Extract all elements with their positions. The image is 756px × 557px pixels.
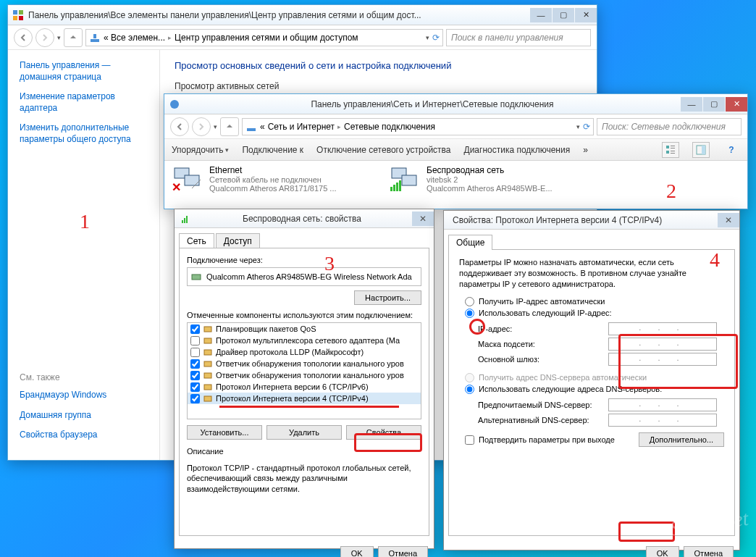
component-row[interactable]: Ответчик обнаружения топологии канальног… [188,369,421,381]
advanced-button[interactable]: Дополнительно... [639,432,724,447]
close-button[interactable]: ✕ [412,212,434,226]
sidebar-adapter-settings[interactable]: Изменение параметров адаптера [20,91,148,114]
properties-button[interactable]: Свойства [346,425,421,440]
titlebar[interactable]: Панель управления\Все элементы панели уп… [8,5,597,25]
forward-button[interactable] [35,28,54,47]
toolbar-more[interactable]: » [583,145,588,155]
close-button[interactable]: ✕ [726,97,747,112]
titlebar[interactable]: Панель управления\Сеть и Интернет\Сетевы… [164,94,747,114]
component-checkbox[interactable] [190,382,200,392]
component-checkbox[interactable] [190,336,200,345]
svg-rect-33 [204,385,211,390]
install-button[interactable]: Установить... [187,425,262,440]
cancel-button[interactable]: Отмена [684,546,734,557]
mask-input[interactable]: . . . [608,338,717,351]
toolbar-connect[interactable]: Подключение к [242,145,303,155]
component-row[interactable]: Ответчик обнаружения топологии канальног… [188,358,421,369]
radio-manual-dns[interactable]: Использовать следующие адреса DNS-сервер… [465,385,724,394]
address-bar[interactable]: « Все элемен... ▸ Центр управления сетям… [85,29,443,46]
connection-ethernet[interactable]: ✕ Ethernet Сетевой кабель не подключен Q… [172,165,374,204]
components-list[interactable]: Планировщик пакетов QoSПротокол мультипл… [187,322,421,419]
view-icon[interactable] [662,142,679,158]
radio-manual-ip[interactable]: Использовать следующий IP-адрес: [465,309,724,318]
maximize-button[interactable]: ▢ [553,8,574,22]
refresh-icon[interactable]: ⟳ [583,122,590,132]
conn-status: Сетевой кабель не подключен [209,175,337,184]
up-button[interactable] [64,28,83,47]
search-input[interactable]: Поиск: Сетевые подключения [597,118,742,135]
forward-button[interactable] [192,117,211,136]
address-bar[interactable]: « Сеть и Интернет ▸ Сетевые подключения … [242,118,594,135]
configure-button[interactable]: Настроить... [354,290,421,305]
ok-button[interactable]: OK [340,546,374,557]
svg-rect-26 [186,216,188,223]
confirm-checkbox[interactable] [465,435,474,445]
network-folder-icon [169,99,180,110]
sidebar: Панель управления — домашняя страница Из… [8,50,160,460]
ip-address-input[interactable]: . . . [608,322,717,335]
radio-auto-ip[interactable]: Получить IP-адрес автоматически [465,297,724,306]
breadcrumb-1[interactable]: Сеть и Интернет [268,122,335,132]
back-button[interactable] [170,117,189,136]
radio-auto-dns[interactable]: Получить адрес DNS-сервера автоматически [465,373,724,382]
close-button[interactable]: ✕ [718,213,739,227]
cancel-button[interactable]: Отмена [378,546,428,557]
svg-rect-17 [185,175,199,185]
component-checkbox[interactable] [190,371,200,380]
component-checkbox[interactable] [190,394,200,403]
svg-rect-23 [399,180,401,191]
radio-manual-ip-input[interactable] [465,309,474,318]
breadcrumb-current[interactable]: Центр управления сетями и общим доступом [175,33,358,43]
component-checkbox[interactable] [190,348,200,357]
component-checkbox[interactable] [190,324,200,334]
breadcrumb-2[interactable]: Сетевые подключения [344,122,435,132]
component-row[interactable]: Драйвер протокола LLDP (Майкрософт) [188,346,421,358]
svg-rect-12 [671,151,675,151]
tab-network[interactable]: Сеть [179,233,214,248]
toolbar-organize[interactable]: Упорядочить ▾ [172,145,229,155]
dns1-input[interactable]: . . . [608,398,717,411]
sidebar-sharing-settings[interactable]: Изменить дополнительные параметры общего… [20,122,148,145]
radio-auto-ip-input[interactable] [465,297,474,306]
component-row[interactable]: Протокол Интернета версии 6 (TCP/IPv6) [188,381,421,393]
connection-wifi[interactable]: Беспроводная сеть vitebsk 2 Qualcomm Ath… [389,165,592,204]
dropdown-icon[interactable]: ▾ [57,34,61,41]
minimize-button[interactable]: — [681,97,702,112]
tab-access[interactable]: Доступ [216,233,260,248]
maximize-button[interactable]: ▢ [703,97,725,112]
sidebar-homegroup[interactable]: Домашняя группа [20,410,148,422]
toolbar-diagnose[interactable]: Диагностика подключения [464,145,571,155]
refresh-icon[interactable]: ⟳ [432,33,440,43]
help-icon[interactable]: ? [723,142,740,158]
titlebar[interactable]: Свойства: Протокол Интернета версии 4 (T… [444,211,739,230]
tab-general[interactable]: Общие [448,235,492,250]
titlebar[interactable]: Беспроводная сеть: свойства ✕ [175,209,434,228]
sidebar-firewall[interactable]: Брандмауэр Windows [20,390,148,401]
component-icon [203,359,213,369]
ok-button[interactable]: OK [646,546,679,557]
preview-icon[interactable] [692,142,710,158]
control-panel-icon [12,9,24,21]
component-row[interactable]: Протокол Интернета версии 4 (TCP/IPv4) [188,393,421,404]
sidebar-browser-props[interactable]: Свойства браузера [20,430,148,441]
radio-manual-dns-input[interactable] [465,385,474,394]
svg-rect-4 [91,39,99,42]
remove-button[interactable]: Удалить [266,425,342,440]
svg-rect-30 [204,350,211,355]
toolbar-disable[interactable]: Отключение сетевого устройства [316,145,450,155]
search-input[interactable]: Поиск в панели управления [446,29,591,46]
component-row[interactable]: Планировщик пакетов QoS [188,323,421,335]
component-row[interactable]: Протокол мультиплексора сетевого адаптер… [188,335,421,346]
breadcrumb-prev[interactable]: « Все элемен... [104,33,165,43]
minimize-button[interactable]: — [530,8,552,22]
component-checkbox[interactable] [190,359,200,369]
gateway-input[interactable]: . . . [608,353,717,366]
close-button[interactable]: ✕ [575,8,597,22]
sidebar-home[interactable]: Панель управления — домашняя страница [20,60,148,83]
connect-via-label: Подключение через: [187,256,421,264]
dns2-input[interactable]: . . . [608,414,717,427]
svg-rect-3 [19,16,23,20]
up-button[interactable] [220,117,239,136]
dns-fields: Предпочитаемый DNS-сервер:. . . Альтерна… [478,398,724,427]
back-button[interactable] [14,28,33,47]
